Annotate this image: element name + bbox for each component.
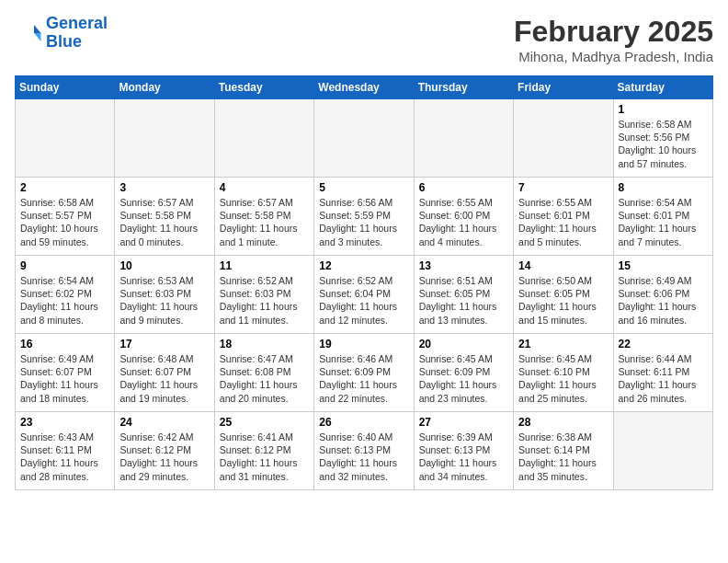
calendar-cell: 19Sunrise: 6:46 AM Sunset: 6:09 PM Dayli… (314, 334, 414, 412)
calendar-cell: 1Sunrise: 6:58 AM Sunset: 5:56 PM Daylig… (613, 99, 712, 178)
day-number: 20 (419, 338, 508, 350)
day-number: 14 (518, 259, 608, 272)
day-info: Sunrise: 6:38 AM Sunset: 6:14 PM Dayligh… (518, 431, 608, 483)
weekday-header-wednesday: Wednesday (314, 76, 414, 99)
logo: General Blue (15, 15, 108, 52)
day-info: Sunrise: 6:52 AM Sunset: 6:03 PM Dayligh… (220, 274, 309, 327)
day-info: Sunrise: 6:50 AM Sunset: 6:05 PM Dayligh… (518, 274, 608, 327)
calendar-cell: 4Sunrise: 6:57 AM Sunset: 5:58 PM Daylig… (214, 178, 313, 256)
calendar-cell (16, 99, 115, 178)
logo-icon (15, 19, 42, 47)
day-number: 2 (20, 181, 109, 194)
weekday-header-sunday: Sunday (16, 76, 115, 99)
day-info: Sunrise: 6:57 AM Sunset: 5:58 PM Dayligh… (119, 196, 209, 248)
calendar-table: SundayMondayTuesdayWednesdayThursdayFrid… (15, 75, 713, 490)
day-info: Sunrise: 6:40 AM Sunset: 6:13 PM Dayligh… (319, 431, 408, 483)
calendar-header-row: SundayMondayTuesdayWednesdayThursdayFrid… (16, 76, 713, 99)
calendar-cell: 28Sunrise: 6:38 AM Sunset: 6:14 PM Dayli… (514, 412, 613, 490)
day-number: 16 (20, 338, 109, 350)
day-number: 12 (319, 259, 408, 272)
day-info: Sunrise: 6:44 AM Sunset: 6:11 PM Dayligh… (619, 352, 708, 405)
calendar-cell: 22Sunrise: 6:44 AM Sunset: 6:11 PM Dayli… (613, 334, 712, 412)
day-number: 5 (319, 181, 408, 194)
day-info: Sunrise: 6:42 AM Sunset: 6:12 PM Dayligh… (119, 431, 209, 483)
day-info: Sunrise: 6:58 AM Sunset: 5:57 PM Dayligh… (20, 196, 109, 248)
day-info: Sunrise: 6:47 AM Sunset: 6:08 PM Dayligh… (220, 352, 309, 405)
svg-marker-0 (34, 25, 41, 33)
calendar-cell: 25Sunrise: 6:41 AM Sunset: 6:12 PM Dayli… (214, 412, 313, 490)
day-number: 25 (220, 416, 309, 429)
calendar-cell (414, 99, 513, 178)
day-info: Sunrise: 6:55 AM Sunset: 6:01 PM Dayligh… (518, 196, 608, 248)
weekday-header-thursday: Thursday (414, 76, 513, 99)
day-info: Sunrise: 6:48 AM Sunset: 6:07 PM Dayligh… (119, 352, 209, 405)
calendar-cell: 26Sunrise: 6:40 AM Sunset: 6:13 PM Dayli… (314, 412, 414, 490)
calendar-cell: 24Sunrise: 6:42 AM Sunset: 6:12 PM Dayli… (115, 412, 214, 490)
day-info: Sunrise: 6:57 AM Sunset: 5:58 PM Dayligh… (220, 196, 309, 248)
day-info: Sunrise: 6:49 AM Sunset: 6:07 PM Dayligh… (20, 352, 109, 405)
calendar-cell: 6Sunrise: 6:55 AM Sunset: 6:00 PM Daylig… (414, 178, 513, 256)
calendar-week-4: 16Sunrise: 6:49 AM Sunset: 6:07 PM Dayli… (16, 334, 713, 412)
day-info: Sunrise: 6:53 AM Sunset: 6:03 PM Dayligh… (119, 274, 209, 327)
calendar-cell (314, 99, 414, 178)
calendar-cell: 9Sunrise: 6:54 AM Sunset: 6:02 PM Daylig… (16, 256, 115, 334)
calendar-cell: 3Sunrise: 6:57 AM Sunset: 5:58 PM Daylig… (115, 178, 214, 256)
day-info: Sunrise: 6:46 AM Sunset: 6:09 PM Dayligh… (319, 352, 408, 405)
calendar-cell: 16Sunrise: 6:49 AM Sunset: 6:07 PM Dayli… (16, 334, 115, 412)
logo-text: General Blue (46, 15, 108, 52)
day-number: 24 (119, 416, 209, 429)
calendar-cell: 12Sunrise: 6:52 AM Sunset: 6:04 PM Dayli… (314, 256, 414, 334)
day-number: 19 (319, 338, 408, 350)
weekday-header-saturday: Saturday (613, 76, 712, 99)
calendar-cell: 23Sunrise: 6:43 AM Sunset: 6:11 PM Dayli… (16, 412, 115, 490)
calendar-cell (214, 99, 313, 178)
day-number: 18 (220, 338, 309, 350)
calendar-cell: 13Sunrise: 6:51 AM Sunset: 6:05 PM Dayli… (414, 256, 513, 334)
day-number: 26 (319, 416, 408, 429)
logo-general: General (46, 14, 108, 32)
day-info: Sunrise: 6:54 AM Sunset: 6:02 PM Dayligh… (20, 274, 109, 327)
calendar-cell: 21Sunrise: 6:45 AM Sunset: 6:10 PM Dayli… (514, 334, 613, 412)
calendar-cell (115, 99, 214, 178)
day-info: Sunrise: 6:58 AM Sunset: 5:56 PM Dayligh… (619, 118, 708, 170)
day-number: 11 (220, 259, 309, 272)
weekday-header-friday: Friday (514, 76, 613, 99)
day-number: 8 (619, 181, 708, 194)
calendar-cell: 15Sunrise: 6:49 AM Sunset: 6:06 PM Dayli… (613, 256, 712, 334)
day-number: 22 (619, 338, 708, 350)
svg-marker-1 (34, 33, 41, 41)
day-number: 27 (419, 416, 508, 429)
day-info: Sunrise: 6:51 AM Sunset: 6:05 PM Dayligh… (419, 274, 508, 327)
calendar-week-3: 9Sunrise: 6:54 AM Sunset: 6:02 PM Daylig… (16, 256, 713, 334)
calendar-cell: 20Sunrise: 6:45 AM Sunset: 6:09 PM Dayli… (414, 334, 513, 412)
day-info: Sunrise: 6:39 AM Sunset: 6:13 PM Dayligh… (419, 431, 508, 483)
calendar-cell: 10Sunrise: 6:53 AM Sunset: 6:03 PM Dayli… (115, 256, 214, 334)
location-subtitle: Mihona, Madhya Pradesh, India (514, 49, 713, 64)
calendar-week-2: 2Sunrise: 6:58 AM Sunset: 5:57 PM Daylig… (16, 178, 713, 256)
day-number: 4 (220, 181, 309, 194)
day-info: Sunrise: 6:52 AM Sunset: 6:04 PM Dayligh… (319, 274, 408, 327)
calendar-cell: 14Sunrise: 6:50 AM Sunset: 6:05 PM Dayli… (514, 256, 613, 334)
day-number: 21 (518, 338, 608, 350)
calendar-cell: 27Sunrise: 6:39 AM Sunset: 6:13 PM Dayli… (414, 412, 513, 490)
calendar-week-1: 1Sunrise: 6:58 AM Sunset: 5:56 PM Daylig… (16, 99, 713, 178)
logo-blue: Blue (46, 32, 82, 51)
day-info: Sunrise: 6:45 AM Sunset: 6:10 PM Dayligh… (518, 352, 608, 405)
title-block: February 2025 Mihona, Madhya Pradesh, In… (514, 15, 713, 64)
calendar-cell: 17Sunrise: 6:48 AM Sunset: 6:07 PM Dayli… (115, 334, 214, 412)
day-number: 1 (619, 103, 708, 116)
day-info: Sunrise: 6:56 AM Sunset: 5:59 PM Dayligh… (319, 196, 408, 248)
calendar-cell (514, 99, 613, 178)
weekday-header-monday: Monday (115, 76, 214, 99)
page-header: General Blue February 2025 Mihona, Madhy… (15, 15, 713, 64)
calendar-cell: 7Sunrise: 6:55 AM Sunset: 6:01 PM Daylig… (514, 178, 613, 256)
calendar-week-5: 23Sunrise: 6:43 AM Sunset: 6:11 PM Dayli… (16, 412, 713, 490)
weekday-header-tuesday: Tuesday (214, 76, 313, 99)
day-number: 6 (419, 181, 508, 194)
day-info: Sunrise: 6:43 AM Sunset: 6:11 PM Dayligh… (20, 431, 109, 483)
day-number: 3 (119, 181, 209, 194)
day-number: 28 (518, 416, 608, 429)
day-info: Sunrise: 6:55 AM Sunset: 6:00 PM Dayligh… (419, 196, 508, 248)
day-number: 7 (518, 181, 608, 194)
calendar-cell: 5Sunrise: 6:56 AM Sunset: 5:59 PM Daylig… (314, 178, 414, 256)
